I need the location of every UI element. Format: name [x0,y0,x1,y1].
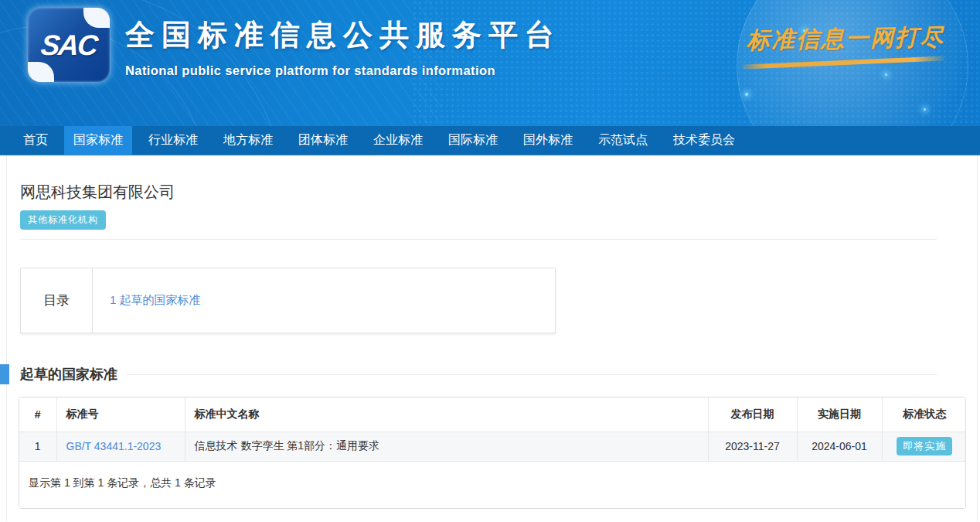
section-header: 起草的国家标准 [20,364,977,384]
nav-item-group-standards[interactable]: 团体标准 [289,126,357,155]
toc-entry-drafted-national-standards[interactable]: 1 起草的国家标准 [110,293,201,308]
slogan-text: 标准信息一网打尽 [747,22,941,56]
content-container: 网思科技集团有限公司 其他标准化机构 目录 1 起草的国家标准 起草的国家标准 [6,155,978,521]
section-divider [20,239,937,240]
site-subtitle: National public service platform for sta… [125,63,561,78]
implement-date: 2024-06-01 [797,432,882,461]
table-row: 1 GB/T 43441.1-2023 信息技术 数字孪生 第1部分：通用要求 … [19,432,966,461]
nav-item-enterprise-standards[interactable]: 企业标准 [364,126,432,155]
section-title-rule [127,374,937,375]
slogan-block: 标准信息一网打尽 [747,23,940,65]
toc-entries: 1 起草的国家标准 [93,268,555,333]
column-header-chinese-name: 标准中文名称 [185,397,708,432]
organization-type-badge: 其他标准化机构 [20,210,106,230]
nav-item-industry-standards[interactable]: 行业标准 [139,126,207,155]
column-header-publish-date: 发布日期 [708,397,797,432]
sac-logo-notch [83,8,110,28]
publish-date: 2023-11-27 [708,432,797,461]
column-header-index: # [19,397,56,432]
nav-item-national-standards[interactable]: 国家标准 [64,126,132,155]
row-index: 1 [19,432,56,461]
globe-glow-dot [885,73,887,76]
content-inner: 网思科技集团有限公司 其他标准化机构 目录 1 起草的国家标准 起草的国家标准 [7,155,977,509]
sac-logo-text: SAC [28,29,110,62]
sac-logo-notch [28,62,54,82]
globe-glow-dot [924,108,926,111]
standard-number-link[interactable]: GB/T 43441.1-2023 [66,440,162,452]
sac-logo[interactable]: SAC [28,8,110,82]
nav-item-pilot-demonstration[interactable]: 示范试点 [589,126,657,155]
nav-item-international-standards[interactable]: 国际标准 [439,126,507,155]
site-title-block: 全国标准信息公共服务平台 National public service pla… [125,15,561,78]
standards-table-container: # 标准号 标准中文名称 发布日期 实施日期 标准状态 1 GB/T 43441… [19,397,966,509]
toc-label: 目录 [21,268,93,333]
site-title: 全国标准信息公共服务平台 [125,15,561,55]
column-header-status: 标准状态 [882,397,966,432]
column-header-standard-no: 标准号 [56,397,185,432]
nav-item-home[interactable]: 首页 [14,126,57,155]
toc-panel: 目录 1 起草的国家标准 [20,268,556,333]
status-badge: 即将实施 [897,437,952,455]
column-header-implement-date: 实施日期 [797,397,882,432]
standards-table: # 标准号 标准中文名称 发布日期 实施日期 标准状态 1 GB/T 43441… [19,397,966,462]
main-nav: 首页 国家标准 行业标准 地方标准 团体标准 企业标准 国际标准 国外标准 示范… [0,126,980,155]
nav-item-foreign-standards[interactable]: 国外标准 [514,126,582,155]
table-header-row: # 标准号 标准中文名称 发布日期 实施日期 标准状态 [19,397,966,432]
section-title: 起草的国家标准 [20,365,117,384]
site-banner: SAC 全国标准信息公共服务平台 National public service… [0,0,980,126]
table-record-summary: 显示第 1 到第 1 条记录，总共 1 条记录 [19,462,965,508]
nav-item-local-standards[interactable]: 地方标准 [214,126,282,155]
section-blue-marker [0,364,9,384]
globe-glow-dot [745,93,748,96]
nav-item-technical-committee[interactable]: 技术委员会 [664,126,744,155]
organization-name: 网思科技集团有限公司 [20,182,977,203]
standard-chinese-name: 信息技术 数字孪生 第1部分：通用要求 [185,432,708,461]
